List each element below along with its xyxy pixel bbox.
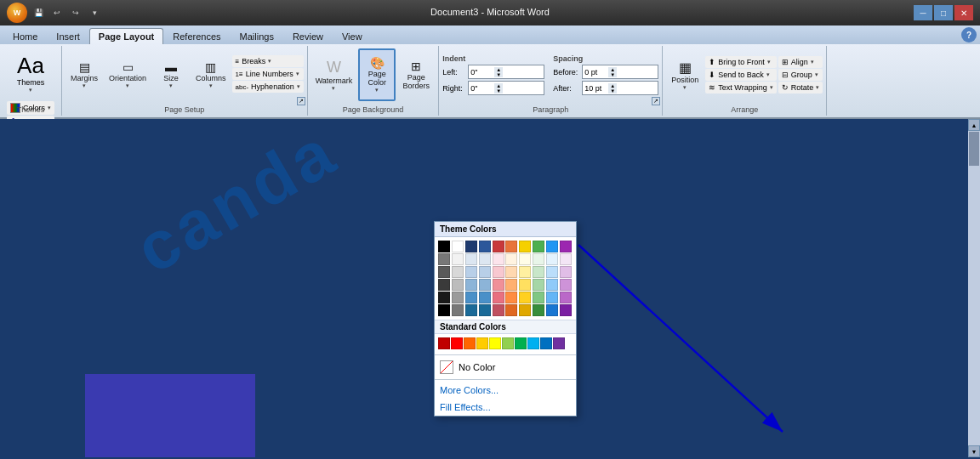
qat-undo[interactable]: ↩ — [49, 5, 65, 20]
theme-color-cell[interactable] — [505, 279, 517, 291]
standard-color-cell[interactable] — [451, 337, 463, 349]
theme-color-cell[interactable] — [519, 279, 531, 291]
themes-button[interactable]: Aa Themes ▾ — [3, 48, 58, 100]
theme-color-cell[interactable] — [438, 279, 450, 291]
close-button[interactable]: ✕ — [954, 5, 973, 20]
indent-right-down[interactable]: ▼ — [494, 88, 503, 94]
tab-review[interactable]: Review — [283, 28, 333, 44]
theme-color-cell[interactable] — [479, 253, 491, 265]
standard-color-cell[interactable] — [527, 337, 539, 349]
theme-color-cell[interactable] — [452, 241, 464, 252]
indent-left-down[interactable]: ▼ — [494, 72, 503, 77]
theme-color-cell[interactable] — [519, 266, 531, 278]
align-button[interactable]: ⊞Align▾ — [778, 56, 823, 68]
theme-color-cell[interactable] — [452, 266, 464, 278]
theme-color-cell[interactable] — [560, 292, 572, 303]
theme-color-cell[interactable] — [465, 279, 477, 291]
tab-view[interactable]: View — [333, 28, 372, 44]
page-setup-expand[interactable]: ↗ — [297, 97, 305, 105]
standard-color-cell[interactable] — [489, 337, 501, 349]
theme-color-cell[interactable] — [546, 266, 558, 278]
indent-left-input[interactable] — [469, 68, 494, 76]
spacing-before-input[interactable] — [583, 68, 608, 76]
theme-color-cell[interactable] — [479, 266, 491, 278]
theme-color-cell[interactable] — [519, 241, 531, 252]
theme-color-cell[interactable] — [533, 304, 544, 316]
theme-color-cell[interactable] — [452, 292, 464, 303]
tab-mailings[interactable]: Mailings — [231, 28, 283, 44]
qat-redo[interactable]: ↪ — [68, 5, 83, 20]
standard-color-cell[interactable] — [464, 337, 476, 349]
paragraph-expand[interactable]: ↗ — [652, 97, 660, 105]
theme-color-cell[interactable] — [465, 253, 477, 265]
theme-color-cell[interactable] — [493, 266, 504, 278]
theme-color-cell[interactable] — [546, 304, 558, 316]
theme-color-cell[interactable] — [519, 253, 531, 265]
scroll-down-button[interactable]: ▼ — [968, 445, 980, 457]
theme-color-cell[interactable] — [519, 292, 531, 303]
theme-color-cell[interactable] — [546, 241, 558, 252]
theme-color-cell[interactable] — [560, 266, 572, 278]
standard-color-cell[interactable] — [540, 337, 552, 349]
scroll-up-button[interactable]: ▲ — [968, 119, 980, 131]
indent-right-input[interactable] — [469, 84, 494, 93]
theme-color-cell[interactable] — [519, 304, 531, 316]
theme-color-cell[interactable] — [560, 279, 572, 291]
spacing-after-input[interactable] — [583, 84, 608, 93]
maximize-button[interactable]: □ — [934, 5, 953, 20]
no-color-option[interactable]: No Color — [435, 357, 576, 377]
columns-button[interactable]: ▥ Columns ▾ — [191, 48, 231, 101]
theme-color-cell[interactable] — [505, 304, 517, 316]
standard-color-cell[interactable] — [515, 337, 527, 349]
spacing-before-down[interactable]: ▼ — [608, 72, 617, 77]
tab-references[interactable]: References — [163, 28, 230, 44]
watermark-button[interactable]: W Watermark ▾ — [311, 48, 357, 101]
bring-to-front-button[interactable]: ⬆Bring to Front▾ — [705, 56, 776, 68]
position-button[interactable]: ▦ Position ▾ — [666, 48, 704, 101]
rotate-button[interactable]: ↻Rotate▾ — [778, 82, 823, 94]
theme-color-cell[interactable] — [465, 292, 477, 303]
theme-color-cell[interactable] — [465, 241, 477, 252]
theme-color-cell[interactable] — [493, 241, 504, 252]
theme-color-cell[interactable] — [465, 266, 477, 278]
text-wrapping-button[interactable]: ≋Text Wrapping▾ — [705, 82, 776, 94]
qat-customize[interactable]: ▾ — [87, 5, 102, 20]
standard-color-cell[interactable] — [553, 337, 565, 349]
theme-color-cell[interactable] — [479, 304, 491, 316]
theme-color-cell[interactable] — [479, 241, 491, 252]
theme-color-cell[interactable] — [533, 279, 544, 291]
theme-color-cell[interactable] — [452, 279, 464, 291]
theme-color-cell[interactable] — [493, 253, 504, 265]
theme-color-cell[interactable] — [505, 241, 517, 252]
page-color-button[interactable]: 🎨 Page Color ▾ — [358, 48, 396, 101]
spacing-after-down[interactable]: ▼ — [608, 88, 617, 94]
qat-save[interactable]: 💾 — [31, 5, 46, 20]
theme-color-cell[interactable] — [505, 292, 517, 303]
theme-color-cell[interactable] — [560, 304, 572, 316]
theme-color-cell[interactable] — [546, 292, 558, 303]
scroll-thumb[interactable] — [969, 132, 979, 166]
size-button[interactable]: ▬ Size ▾ — [152, 48, 190, 101]
minimize-button[interactable]: ─ — [914, 5, 932, 20]
theme-color-cell[interactable] — [505, 253, 517, 265]
theme-color-cell[interactable] — [493, 279, 504, 291]
more-colors-option[interactable]: More Colors... — [435, 382, 576, 399]
theme-color-cell[interactable] — [438, 304, 450, 316]
theme-color-cell[interactable] — [533, 266, 544, 278]
fill-effects-option[interactable]: Fill Effects... — [435, 399, 576, 416]
theme-color-cell[interactable] — [533, 253, 544, 265]
theme-color-cell[interactable] — [438, 241, 450, 252]
theme-color-cell[interactable] — [465, 304, 477, 316]
theme-color-cell[interactable] — [493, 292, 504, 303]
breaks-button[interactable]: ≡ Breaks ▾ — [232, 55, 304, 67]
tab-home[interactable]: Home — [3, 28, 47, 44]
theme-color-cell[interactable] — [505, 266, 517, 278]
line-numbers-button[interactable]: 1≡ Line Numbers ▾ — [232, 68, 304, 80]
theme-color-cell[interactable] — [479, 292, 491, 303]
theme-color-cell[interactable] — [438, 253, 450, 265]
margins-button[interactable]: ▤ Margins ▾ — [66, 48, 103, 101]
theme-color-cell[interactable] — [546, 253, 558, 265]
theme-color-cell[interactable] — [438, 266, 450, 278]
theme-color-cell[interactable] — [546, 279, 558, 291]
tab-insert[interactable]: Insert — [47, 28, 89, 44]
